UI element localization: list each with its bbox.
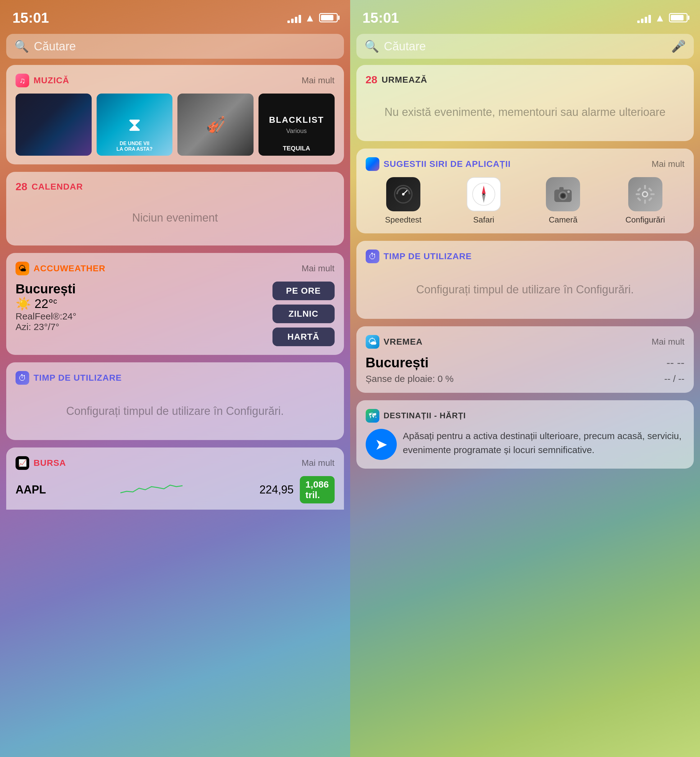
album-3[interactable]: 🎻 [177,94,253,156]
wifi-icon-left: ▲ [305,12,316,24]
album-1[interactable] [16,94,92,156]
vremea-icon: 🌤 [366,335,380,349]
speedtest-label: Speedtest [385,215,421,225]
urmeza-empty: Nu există evenimente, mementouri sau ala… [366,92,685,132]
status-icons-left: ▲ [288,12,338,24]
signal-bar-r-4 [648,15,651,23]
screentime-widget-left[interactable]: ⏱ TIMP DE UTILIZARE Configurați timpul d… [6,362,344,440]
album-4-label: TEQUILA [258,144,334,153]
siri-more[interactable]: Mai mult [652,159,684,169]
music-more[interactable]: Mai mult [302,75,334,86]
accuweather-header: 🌤 ACCUWEATHER Mai mult [16,262,334,275]
settings-icon [628,177,662,211]
calendar-header: 28 CALENDAR [16,181,334,193]
today-row: Azi: 23°/7° [16,322,266,332]
screentime-header-right: ⏱ TIMP DE UTILIZARE [366,250,685,263]
svg-rect-12 [559,187,564,190]
vremea-title-row: 🌤 VREMEA [366,335,423,349]
search-text-right: Căutare [384,40,426,53]
svg-point-2 [402,193,405,196]
left-content: 15:01 ▲ 🔍 Căutare [0,0,350,757]
siri-header: SUGESTII SIRI DE APLICAȚII Mai mult [366,157,685,171]
app-settings[interactable]: Configurări [625,177,665,225]
status-bar-left: 15:01 ▲ [6,0,344,31]
pe-ore-button[interactable]: PE ORE [272,282,334,300]
svg-point-7 [483,193,485,195]
screentime-title-row-right: ⏱ TIMP DE UTILIZARE [366,250,472,263]
svg-rect-16 [644,200,646,204]
app-safari[interactable]: Safari [467,177,501,225]
battery-icon-left [319,13,338,22]
signal-bar-r-3 [645,17,647,23]
svg-point-24 [643,192,647,196]
city-name-left: București [16,282,266,296]
search-bar-right[interactable]: 🔍 Căutare 🎤 [356,34,694,59]
app-camera[interactable]: Cameră [546,177,580,225]
vremea-widget[interactable]: 🌤 VREMEA Mai mult București -- -- Șanse … [356,326,694,393]
destinations-widget[interactable]: 🗺 DESTINAȚII - HĂRȚI ➤ Apăsați pentru a … [356,400,694,469]
screentime-widget-right[interactable]: ⏱ TIMP DE UTILIZARE Configurați timpul d… [356,241,694,319]
destinations-arrow: ➤ [366,429,397,460]
album-3-art: 🎻 [177,94,253,156]
search-text-left: Căutare [34,40,76,53]
vremea-more[interactable]: Mai mult [652,337,684,347]
real-feel: RealFeel®:24° [16,311,266,322]
speedtest-icon [386,177,420,211]
bursa-widget[interactable]: 📈 BURSA Mai mult AAPL 224,95 1,086 tril. [6,447,344,510]
time-right: 15:01 [362,9,399,26]
siri-suggestions-widget[interactable]: SUGESTII SIRI DE APLICAȚII Mai mult [356,149,694,233]
zilnic-button[interactable]: ZILNIC [272,305,334,323]
music-widget[interactable]: ♫ MUZICĂ Mai mult ⧗ DE UNDE VIILA ORA AS… [6,65,344,164]
destinations-header: 🗺 DESTINAȚII - HĂRȚI [366,409,685,422]
settings-label: Configurări [625,215,665,225]
svg-rect-19 [637,188,641,192]
search-icon-right: 🔍 [364,39,379,53]
search-icon-left: 🔍 [14,39,29,53]
album-2-label: DE UNDE VIILA ORA ASTA? [97,139,173,153]
urmeza-title-text: URMEAZĂ [381,75,427,85]
battery-icon-right [669,13,688,22]
accuweather-widget[interactable]: 🌤 ACCUWEATHER Mai mult București ☀️ 22°c… [6,253,344,355]
safari-label: Safari [473,215,494,225]
status-icons-right: ▲ [637,12,688,24]
camera-icon [546,177,580,211]
app-suggestions: Speedtest Safari [366,177,685,225]
urmeza-widget[interactable]: 28 URMEAZĂ Nu există evenimente, memento… [356,65,694,141]
svg-rect-22 [648,197,653,201]
music-title: MUZICĂ [34,75,69,86]
screentime-icon-right: ⏱ [366,250,380,263]
calendar-empty: Niciun eveniment [16,199,334,237]
bursa-row: AAPL 224,95 1,086 tril. [16,476,334,504]
search-bar-left[interactable]: 🔍 Căutare [6,34,344,59]
album-2[interactable]: ⧗ DE UNDE VIILA ORA ASTA? [97,94,173,156]
battery-fill-left [321,15,334,20]
signal-icon-right [637,13,651,23]
urmeza-title-row: 28 URMEAZĂ [366,74,428,86]
accuweather-title-text: ACCUWEATHER [34,264,105,274]
app-speedtest[interactable]: Speedtest [385,177,421,225]
weather-content: București ☀️ 22°c RealFeel®:24° Azi: 23°… [16,282,334,346]
stock-name: AAPL [16,483,53,496]
accuweather-more[interactable]: Mai mult [302,264,334,274]
bursa-more[interactable]: Mai mult [302,458,334,468]
stock-market-cap: 1,086 tril. [300,476,334,504]
calendar-widget[interactable]: 28 CALENDAR Niciun eveniment [6,172,344,246]
urmeza-header: 28 URMEAZĂ [366,74,685,86]
svg-point-11 [561,194,565,198]
vremea-header: 🌤 VREMEA Mai mult [366,335,685,349]
destinations-content: ➤ Apăsați pentru a activa destinații ult… [366,429,685,460]
mic-icon-right[interactable]: 🎤 [671,39,686,53]
music-icon: ♫ [16,74,29,87]
vremea-title-text: VREMEA [384,337,423,347]
harta-button[interactable]: HARTĂ [272,327,334,346]
signal-bar-2 [291,19,294,23]
screentime-config-left: Configurați timpul de utilizare în Confi… [16,391,334,431]
wifi-icon-right: ▲ [655,12,665,24]
destinations-icon: 🗺 [366,409,380,422]
album-4[interactable]: BLACKLIST Various TEQUILA [258,94,334,156]
weather-main-row: București -- -- [366,355,685,371]
rain-row: Șanse de ploaie: 0 % -- / -- [366,374,685,384]
temp-row: ☀️ 22°c [16,296,266,311]
svg-rect-20 [648,188,653,192]
screentime-title-text-right: TIMP DE UTILIZARE [384,252,472,261]
